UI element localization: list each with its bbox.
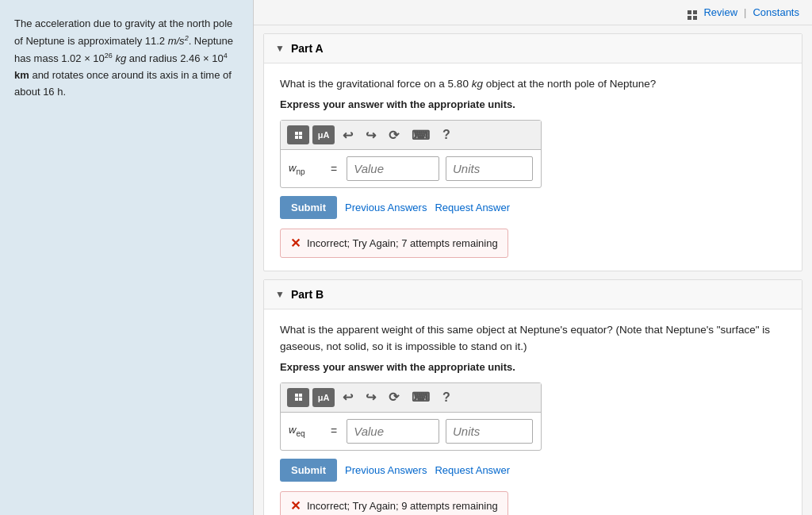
part-a-x-icon: ✕ <box>290 236 301 251</box>
part-b-request-answer-link[interactable]: Request Answer <box>435 464 510 476</box>
sidebar-content: The acceleration due to gravity at the n… <box>14 16 239 101</box>
part-b-undo-btn[interactable]: ↩ <box>338 388 358 407</box>
part-a-grid-btn[interactable] <box>287 125 309 144</box>
part-a-equals: = <box>331 163 337 175</box>
part-b-value-input[interactable] <box>347 419 439 444</box>
part-b-feedback-text: Incorrect; Try Again; 9 attempts remaini… <box>307 500 498 512</box>
top-bar: Review | Constants <box>254 0 812 25</box>
part-a-request-answer-link[interactable]: Request Answer <box>435 202 510 213</box>
part-a-help-btn[interactable]: ? <box>438 125 455 144</box>
part-a-refresh-btn[interactable]: ⟳ <box>384 125 404 144</box>
part-b-question: What is the apparent weight of this same… <box>280 322 786 355</box>
part-a-collapse-arrow[interactable]: ▼ <box>275 43 285 54</box>
part-b-grid-btn[interactable] <box>287 388 309 407</box>
part-a-redo-btn[interactable]: ↪ <box>361 125 381 144</box>
part-b-toolbar: μA ↩ ↪ ⟳ ⌨ ? <box>281 383 541 413</box>
part-a-undo-btn[interactable]: ↩ <box>338 125 358 144</box>
part-b-variable: weq <box>289 424 324 438</box>
part-b-units-input[interactable] <box>446 419 533 444</box>
part-b-label: Part B <box>291 288 324 301</box>
part-b-header: ▼ Part B <box>264 280 802 309</box>
separator: | <box>744 6 746 18</box>
constants-link[interactable]: Constants <box>753 6 799 18</box>
part-a-question: What is the gravitational force on a 5.8… <box>280 76 786 92</box>
part-a-prev-answers-link[interactable]: Previous Answers <box>345 202 427 213</box>
part-a-feedback-text: Incorrect; Try Again; 7 attempts remaini… <box>307 237 498 249</box>
part-a-label: Part A <box>291 42 324 55</box>
part-a-units-input[interactable] <box>446 156 533 181</box>
part-b-prev-answers-link[interactable]: Previous Answers <box>345 464 427 476</box>
part-b-feedback: ✕ Incorrect; Try Again; 9 attempts remai… <box>280 491 508 515</box>
part-b-equals: = <box>331 425 337 437</box>
sidebar: The acceleration due to gravity at the n… <box>0 0 254 515</box>
part-a-submit-btn[interactable]: Submit <box>280 196 337 219</box>
part-a-section: ▼ Part A What is the gravitational force… <box>263 33 802 271</box>
grid-icon <box>688 5 697 20</box>
part-a-express-label: Express your answer with the appropriate… <box>280 98 786 110</box>
part-a-body: What is the gravitational force on a 5.8… <box>264 63 802 271</box>
part-b-answer-row: weq = <box>281 413 541 450</box>
part-b-answer-box: μA ↩ ↪ ⟳ ⌨ ? weq = <box>280 382 542 451</box>
part-b-keyboard-btn[interactable]: ⌨ <box>407 388 435 407</box>
main-content: Review | Constants ▼ Part A What is the … <box>254 0 812 515</box>
part-a-keyboard-btn[interactable]: ⌨ <box>407 125 435 144</box>
part-b-x-icon: ✕ <box>290 498 301 513</box>
part-b-help-btn[interactable]: ? <box>438 388 455 407</box>
part-b-mu-btn[interactable]: μA <box>312 388 335 407</box>
part-a-answer-box: μA ↩ ↪ ⟳ ⌨ ? wnp = <box>280 120 542 188</box>
part-b-section: ▼ Part B What is the apparent weight of … <box>263 279 802 515</box>
part-a-variable: wnp <box>289 162 324 176</box>
part-a-mu-btn[interactable]: μA <box>312 125 335 144</box>
part-a-feedback: ✕ Incorrect; Try Again; 7 attempts remai… <box>280 229 508 258</box>
part-b-body: What is the apparent weight of this same… <box>264 309 802 515</box>
part-b-refresh-btn[interactable]: ⟳ <box>384 388 404 407</box>
part-b-submit-btn[interactable]: Submit <box>280 459 337 482</box>
part-a-action-row: Submit Previous Answers Request Answer <box>280 196 786 219</box>
part-a-toolbar: μA ↩ ↪ ⟳ ⌨ ? <box>281 121 541 150</box>
part-b-redo-btn[interactable]: ↪ <box>361 388 381 407</box>
part-b-express-label: Express your answer with the appropriate… <box>280 361 786 373</box>
part-b-collapse-arrow[interactable]: ▼ <box>275 289 285 300</box>
part-a-header: ▼ Part A <box>264 34 802 63</box>
review-link[interactable]: Review <box>703 6 737 18</box>
part-b-action-row: Submit Previous Answers Request Answer <box>280 459 786 482</box>
part-a-answer-row: wnp = <box>281 150 541 187</box>
part-a-value-input[interactable] <box>347 156 439 181</box>
